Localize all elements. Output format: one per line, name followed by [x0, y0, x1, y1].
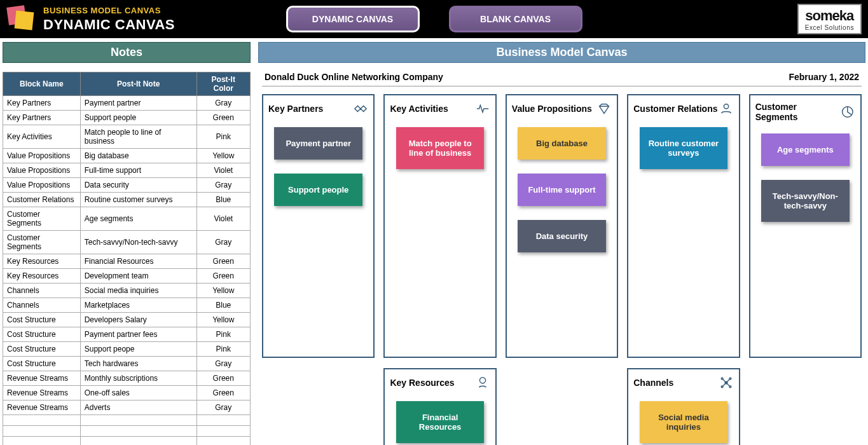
- cell-color[interactable]: Gray: [196, 231, 250, 254]
- cell-note[interactable]: One-off sales: [80, 386, 196, 400]
- cell-block[interactable]: Key Activities: [3, 125, 81, 149]
- table-row[interactable]: Key ActivitiesMatch people to line of bu…: [3, 125, 251, 149]
- cell-note[interactable]: Adverts: [80, 400, 196, 415]
- table-row[interactable]: Value PropositionsFull-time supportViole…: [3, 163, 251, 178]
- table-row[interactable]: [3, 437, 251, 446]
- cell-note[interactable]: Age segments: [80, 207, 196, 231]
- table-row[interactable]: Cost StructurePayment partner feesPink: [3, 327, 251, 342]
- postit[interactable]: Payment partner: [274, 127, 362, 160]
- table-row[interactable]: [3, 426, 251, 437]
- cell-block[interactable]: Revenue Streams: [3, 386, 81, 400]
- cell-block[interactable]: Cost Structure: [3, 313, 81, 327]
- cell-color[interactable]: Violet: [196, 163, 250, 178]
- cell-color[interactable]: Yellow: [196, 149, 250, 163]
- cell-block[interactable]: Customer Segments: [3, 231, 81, 254]
- cell-color[interactable]: Gray: [196, 400, 250, 415]
- cell-color[interactable]: Gray: [196, 96, 250, 111]
- cell-note[interactable]: [80, 415, 196, 426]
- cell-note[interactable]: [80, 426, 196, 437]
- cell-color[interactable]: Green: [196, 111, 250, 125]
- cell-block[interactable]: [3, 426, 81, 437]
- cell-color[interactable]: Violet: [196, 207, 250, 231]
- table-row[interactable]: Customer SegmentsTech-savvy/Non-tech-sav…: [3, 231, 251, 254]
- cell-note[interactable]: Match people to line of business: [80, 125, 196, 149]
- table-row[interactable]: Revenue StreamsOne-off salesGreen: [3, 386, 251, 400]
- cell-block[interactable]: [3, 415, 81, 426]
- cell-color[interactable]: Yellow: [196, 313, 250, 327]
- table-row[interactable]: Key PartnersPayment partnerGray: [3, 96, 251, 111]
- cell-note[interactable]: Big database: [80, 149, 196, 163]
- cell-note[interactable]: Support peope: [80, 342, 196, 357]
- cell-color[interactable]: Green: [196, 371, 250, 386]
- cell-color[interactable]: [196, 426, 250, 437]
- cell-color[interactable]: Yellow: [196, 284, 250, 298]
- cell-note[interactable]: Payment partner fees: [80, 327, 196, 342]
- cell-block[interactable]: Key Partners: [3, 111, 81, 125]
- postit[interactable]: Tech-savvy/Non-tech-savvy: [761, 180, 850, 222]
- cell-block[interactable]: Revenue Streams: [3, 400, 81, 415]
- table-row[interactable]: ChannelsSocial media inquiriesYellow: [3, 284, 251, 298]
- table-row[interactable]: Cost StructureDevelopers SalaryYellow: [3, 313, 251, 327]
- table-row[interactable]: Customer SegmentsAge segmentsViolet: [3, 207, 251, 231]
- cell-color[interactable]: Pink: [196, 342, 250, 357]
- table-row[interactable]: Revenue StreamsAdvertsGray: [3, 400, 251, 415]
- postit[interactable]: Match people to line of business: [396, 127, 485, 169]
- cell-block[interactable]: Cost Structure: [3, 342, 81, 357]
- cell-color[interactable]: Green: [196, 269, 250, 284]
- cell-block[interactable]: Value Propositions: [3, 149, 81, 163]
- cell-color[interactable]: Gray: [196, 178, 250, 193]
- table-row[interactable]: Key PartnersSupport peopleGreen: [3, 111, 251, 125]
- cell-block[interactable]: Cost Structure: [3, 327, 81, 342]
- cell-block[interactable]: Channels: [3, 284, 81, 298]
- postit[interactable]: Routine customer surveys: [640, 127, 728, 169]
- postit[interactable]: Age segments: [761, 134, 850, 166]
- postit[interactable]: Big database: [518, 127, 606, 160]
- cell-note[interactable]: Social media inquiries: [80, 284, 196, 298]
- cell-block[interactable]: Key Resources: [3, 254, 81, 269]
- cell-block[interactable]: Customer Segments: [3, 207, 81, 231]
- cell-block[interactable]: Key Partners: [3, 96, 81, 111]
- cell-color[interactable]: Blue: [196, 193, 250, 207]
- cell-block[interactable]: [3, 437, 81, 446]
- cell-note[interactable]: Data security: [80, 178, 196, 193]
- table-row[interactable]: Key ResourcesFinancial ResourcesGreen: [3, 254, 251, 269]
- table-row[interactable]: Revenue StreamsMonthly subscriptionsGree…: [3, 371, 251, 386]
- cell-block[interactable]: Value Propositions: [3, 178, 81, 193]
- postit[interactable]: Data security: [518, 220, 606, 252]
- cell-note[interactable]: [80, 437, 196, 446]
- cell-block[interactable]: Cost Structure: [3, 357, 81, 371]
- table-row[interactable]: Value PropositionsBig databaseYellow: [3, 149, 251, 163]
- table-row[interactable]: Customer RelationsRoutine customer surve…: [3, 193, 251, 207]
- cell-color[interactable]: Green: [196, 386, 250, 400]
- blank-canvas-tab[interactable]: BLANK CANVAS: [449, 6, 582, 32]
- cell-note[interactable]: Monthly subscriptions: [80, 371, 196, 386]
- cell-block[interactable]: Channels: [3, 298, 81, 313]
- cell-note[interactable]: Support people: [80, 111, 196, 125]
- postit[interactable]: Full-time support: [518, 174, 606, 206]
- cell-block[interactable]: Key Resources: [3, 269, 81, 284]
- cell-note[interactable]: Financial Resources: [80, 254, 196, 269]
- notes-table[interactable]: Block Name Post-It Note Post-It Color Ke…: [3, 72, 251, 445]
- cell-block[interactable]: Revenue Streams: [3, 371, 81, 386]
- cell-note[interactable]: Marketplaces: [80, 298, 196, 313]
- table-row[interactable]: [3, 415, 251, 426]
- postit[interactable]: Support people: [274, 174, 362, 206]
- dynamic-canvas-tab[interactable]: DYNAMIC CANVAS: [286, 6, 420, 32]
- cell-color[interactable]: Gray: [196, 357, 250, 371]
- cell-note[interactable]: Routine customer surveys: [80, 193, 196, 207]
- cell-note[interactable]: Development team: [80, 269, 196, 284]
- cell-block[interactable]: Customer Relations: [3, 193, 81, 207]
- cell-note[interactable]: Tech hardwares: [80, 357, 196, 371]
- table-row[interactable]: ChannelsMarketplacesBlue: [3, 298, 251, 313]
- table-row[interactable]: Cost StructureTech hardwaresGray: [3, 357, 251, 371]
- cell-note[interactable]: Tech-savvy/Non-tech-savvy: [80, 231, 196, 254]
- table-row[interactable]: Value PropositionsData securityGray: [3, 178, 251, 193]
- cell-block[interactable]: Value Propositions: [3, 163, 81, 178]
- cell-color[interactable]: Pink: [196, 125, 250, 149]
- postit[interactable]: Financial Resources: [396, 401, 485, 443]
- cell-color[interactable]: [196, 437, 250, 446]
- table-row[interactable]: Cost StructureSupport peopePink: [3, 342, 251, 357]
- postit[interactable]: Social media inquiries: [640, 401, 728, 443]
- cell-color[interactable]: [196, 415, 250, 426]
- cell-note[interactable]: Payment partner: [80, 96, 196, 111]
